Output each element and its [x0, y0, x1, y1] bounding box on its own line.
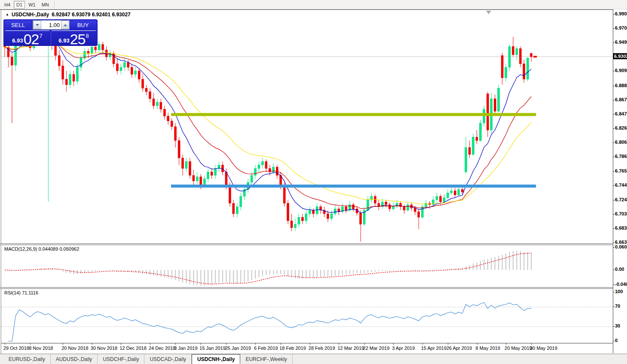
macd-tick-label: 0.00: [615, 267, 624, 272]
date-tick-label: 15 Jan 2019: [199, 346, 226, 351]
price-tick-label: 6.82690: [615, 125, 627, 130]
price-tick-mark: [613, 200, 615, 200]
price-tick-label: 6.86770: [615, 97, 627, 102]
price-tick-mark: [613, 157, 615, 157]
date-tick-label: 3 Jan 2019: [174, 346, 197, 351]
collapse-icon[interactable]: ▲: [6, 13, 9, 16]
price-tick-label: 6.80650: [615, 140, 627, 145]
sell-button[interactable]: SELL: [5, 21, 31, 30]
date-tick-mark: [226, 343, 226, 345]
rsi-chart[interactable]: [1, 289, 613, 343]
price-tick-mark: [613, 185, 615, 186]
date-tick-mark: [393, 343, 394, 345]
volume-decrease-button[interactable]: [33, 21, 41, 29]
toolbar-separator: [54, 1, 55, 9]
price-tick-mark: [613, 214, 615, 215]
date-tick-mark: [310, 343, 310, 345]
price-tick-mark: [613, 100, 615, 100]
price-tick-mark: [613, 143, 615, 143]
timeframe-button-w1[interactable]: W1: [26, 1, 38, 9]
price-axis[interactable]: 6.990706.970306.949906.909106.888106.867…: [613, 9, 627, 353]
chart-tab-audusd-daily[interactable]: AUDUSD-,Daily: [51, 354, 98, 364]
buy-button[interactable]: BUY: [70, 21, 96, 30]
volume-stepper: [33, 20, 70, 30]
buy-price-small: 6.93: [58, 37, 69, 44]
price-tick-label: 6.90910: [615, 68, 627, 73]
volume-input[interactable]: [41, 21, 61, 29]
bid-marker: [533, 56, 537, 58]
chart-ohlc-values: 6.92847 6.93079 6.92401 6.93027: [52, 12, 131, 18]
chart-window: ▲ USDCNH-,Daily 6.92847 6.93079 6.92401 …: [0, 9, 627, 353]
price-tick-mark: [613, 243, 615, 243]
sell-price[interactable]: 6.93 02 7: [4, 31, 51, 46]
macd-chart[interactable]: [1, 245, 613, 287]
timeframe-button-h4[interactable]: H4: [2, 1, 13, 9]
buy-price-big: 25: [70, 32, 86, 46]
macd-tick-mark: [613, 285, 615, 285]
date-tick-label: 6 Feb 2019: [254, 346, 278, 351]
one-click-trade-panel: SELL BUY 6.93 02 7 6.93 25 8: [3, 19, 98, 46]
timeframe-button-mn[interactable]: MN: [39, 1, 52, 9]
date-tick-mark: [121, 343, 121, 345]
buy-price[interactable]: 6.93 25 8: [50, 31, 97, 46]
date-tick-label: 30 Nov 2018: [91, 346, 117, 351]
date-tick-mark: [422, 343, 423, 345]
chart-tab-eurchf-weekly[interactable]: EURCHF-,Weekly: [240, 354, 292, 364]
date-tick-mark: [5, 343, 5, 345]
date-tick-label: 3 Apr 2019: [392, 346, 415, 351]
rsi-tick-label: 30: [615, 323, 620, 328]
date-tick-mark: [175, 343, 176, 345]
current-price-badge: 6.93027: [613, 53, 627, 59]
horizontal-level-line-0: [171, 113, 536, 116]
macd-indicator-pane[interactable]: MACD(12,26,9) 0.044089 0.050962: [1, 245, 613, 287]
volume-increase-button[interactable]: [61, 21, 69, 29]
date-axis[interactable]: 29 Oct 20188 Nov 201820 Nov 201830 Nov 2…: [1, 343, 613, 353]
rsi-tick-mark: [613, 292, 615, 292]
rsi-tick-label: 0: [615, 338, 618, 343]
rsi-tick-label: 100: [615, 289, 623, 294]
price-tick-mark: [613, 114, 615, 115]
date-tick-mark: [201, 343, 201, 345]
chart-tab-usdchf-daily[interactable]: USDCHF-,Daily: [98, 354, 144, 364]
date-tick-label: 30 May 2019: [530, 346, 557, 351]
timeframe-toolbar: H4D1W1MN: [0, 0, 627, 9]
timeframe-button-d1[interactable]: D1: [14, 1, 25, 9]
scroll-end-marker-icon[interactable]: [486, 11, 491, 14]
price-tick-label: 6.70390: [615, 211, 627, 216]
date-tick-mark: [506, 343, 506, 345]
price-tick-mark: [613, 14, 615, 15]
rsi-indicator-pane[interactable]: RSI(14) 71.1116: [1, 289, 613, 343]
price-tick-label: 6.84730: [615, 111, 627, 116]
trade-panel-top-row: SELL BUY: [4, 20, 97, 31]
date-tick-mark: [150, 343, 150, 345]
price-tick-mark: [613, 228, 615, 229]
price-tick-mark: [613, 86, 615, 86]
chart-tab-bar: EURUSD-,DailyAUDUSD-,DailyUSDCHF-,DailyU…: [0, 354, 627, 364]
date-tick-mark: [364, 343, 365, 345]
rsi-line: [8, 303, 531, 341]
date-tick-mark: [281, 343, 281, 345]
date-tick-mark: [255, 343, 256, 345]
date-tick-label: 15 Apr 2019: [421, 346, 447, 351]
horizontal-level-line-1: [171, 185, 536, 188]
date-tick-label: 20 Nov 2018: [61, 346, 88, 351]
price-tick-label: 6.72430: [615, 197, 627, 202]
sell-price-big: 02: [24, 32, 39, 46]
chart-tab-usdcad-daily[interactable]: USDCAD-,Daily: [144, 354, 192, 364]
price-tick-mark: [613, 42, 615, 43]
macd-tick-label: -0.04041: [615, 282, 627, 287]
date-tick-label: 22 Mar 2019: [363, 346, 390, 351]
chart-tab-usdcnh-daily[interactable]: USDCNH-,Daily: [192, 354, 240, 364]
price-tick-label: 6.99070: [615, 11, 627, 16]
candlestick-chart-pane[interactable]: ▲ USDCNH-,Daily 6.92847 6.93079 6.92401 …: [1, 10, 613, 243]
sell-price-sup: 7: [39, 33, 42, 39]
rsi-tick-mark: [613, 306, 615, 307]
price-tick-label: 6.74470: [615, 182, 627, 188]
ma-medium-line: [5, 42, 531, 209]
date-tick-label: 24 Dec 2018: [149, 346, 175, 351]
chart-tab-eurusd-daily[interactable]: EURUSD-,Daily: [3, 354, 51, 364]
date-tick-label: 8 Nov 2018: [29, 346, 53, 351]
date-tick-label: 25 Jan 2019: [225, 346, 251, 351]
macd-signal-line: [5, 253, 531, 284]
sell-price-small: 6.93: [12, 37, 23, 44]
